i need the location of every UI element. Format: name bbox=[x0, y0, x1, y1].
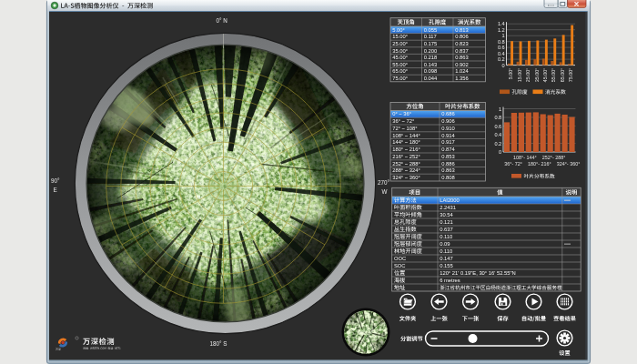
svg-text:5.00°: 5.00° bbox=[508, 68, 513, 80]
svg-text:0° N: 0° N bbox=[217, 17, 228, 24]
svg-text:0.110: 0.110 bbox=[440, 234, 452, 239]
svg-text:288° ~ 324°: 288° ~ 324° bbox=[392, 167, 420, 173]
svg-text:1.024: 1.024 bbox=[455, 68, 469, 74]
svg-text:72° ~ 108°: 72° ~ 108° bbox=[392, 126, 417, 131]
svg-text:144° ~ 180°: 144° ~ 180° bbox=[392, 139, 420, 145]
svg-text:1.2: 1.2 bbox=[498, 27, 505, 33]
svg-text:0.055: 0.055 bbox=[424, 27, 438, 33]
svg-text:0.117: 0.117 bbox=[424, 34, 437, 39]
svg-text:0.155: 0.155 bbox=[440, 263, 453, 268]
svg-text:0.837: 0.837 bbox=[455, 48, 469, 54]
svg-text:0.853: 0.853 bbox=[441, 154, 455, 159]
svg-text:108° ~ 144°: 108° ~ 144° bbox=[392, 133, 420, 138]
svg-text:1: 1 bbox=[499, 106, 501, 112]
svg-text:0.808: 0.808 bbox=[441, 175, 455, 180]
svg-text:65.00°: 65.00° bbox=[392, 68, 408, 74]
svg-text:0.2: 0.2 bbox=[494, 141, 501, 147]
svg-text:45.00°: 45.00° bbox=[392, 55, 408, 60]
svg-text:15.00°: 15.00° bbox=[517, 68, 522, 83]
svg-text:0° ~ 36°: 0° ~ 36° bbox=[392, 111, 411, 116]
svg-text:1.4: 1.4 bbox=[498, 21, 505, 26]
svg-text:120° 21' 0.19"E, 30° 16' 52.5: 120° 21' 0.19"E, 30° 16' 52.55"N bbox=[440, 270, 516, 276]
svg-text:0.2: 0.2 bbox=[498, 56, 505, 62]
svg-text:180°- 216°: 180°- 216° bbox=[528, 161, 551, 167]
svg-text:35.00°: 35.00° bbox=[534, 68, 540, 83]
svg-text:1: 1 bbox=[502, 33, 505, 38]
svg-text:0.686: 0.686 bbox=[441, 111, 455, 116]
svg-text:45.00°: 45.00° bbox=[542, 68, 548, 83]
svg-text:0.143: 0.143 bbox=[424, 62, 438, 67]
svg-text:0.917: 0.917 bbox=[441, 139, 455, 145]
svg-text:0.044: 0.044 bbox=[424, 76, 438, 81]
svg-text:0: 0 bbox=[502, 63, 505, 68]
svg-text:0.906: 0.906 bbox=[441, 118, 455, 124]
svg-text:270°: 270° bbox=[378, 179, 390, 186]
svg-text:0.910: 0.910 bbox=[441, 126, 455, 131]
svg-text:252° ~ 288°: 252° ~ 288° bbox=[392, 161, 420, 167]
svg-text:0.175: 0.175 bbox=[424, 41, 438, 46]
svg-text:2.2431: 2.2431 bbox=[440, 205, 456, 210]
svg-text:0.8: 0.8 bbox=[494, 115, 501, 120]
svg-text:0.886: 0.886 bbox=[441, 161, 455, 167]
svg-text:30.54: 30.54 bbox=[440, 212, 453, 217]
svg-text:15.00°: 15.00° bbox=[392, 34, 408, 39]
svg-text:0.218: 0.218 bbox=[424, 55, 438, 60]
svg-text:324° ~ 360°: 324° ~ 360° bbox=[392, 175, 420, 180]
svg-text:0.806: 0.806 bbox=[455, 34, 469, 39]
svg-text:E: E bbox=[54, 187, 57, 193]
svg-text:0: 0 bbox=[499, 149, 501, 155]
svg-text:0.200: 0.200 bbox=[424, 48, 438, 54]
svg-text:75.00°: 75.00° bbox=[392, 76, 408, 81]
svg-text:万深: 万深 bbox=[56, 348, 61, 351]
svg-text:35.00°: 35.00° bbox=[392, 48, 408, 54]
svg-text:0.098: 0.098 bbox=[424, 68, 438, 74]
svg-text:36° ~ 72°: 36° ~ 72° bbox=[392, 118, 414, 124]
svg-text:0.914: 0.914 bbox=[441, 133, 455, 138]
svg-text:0.637: 0.637 bbox=[440, 227, 453, 232]
svg-text:0.110: 0.110 bbox=[440, 248, 452, 254]
svg-text:55.00°: 55.00° bbox=[551, 68, 556, 83]
svg-text:0.6: 0.6 bbox=[498, 45, 505, 50]
svg-text:0.4: 0.4 bbox=[494, 132, 501, 137]
svg-text:90°: 90° bbox=[51, 177, 60, 184]
svg-text:75.00°: 75.00° bbox=[568, 68, 573, 83]
svg-text:0.8: 0.8 bbox=[498, 39, 505, 45]
svg-text:5.00°: 5.00° bbox=[392, 27, 405, 33]
svg-text:324°- 360°: 324°- 360° bbox=[557, 161, 581, 167]
svg-text:36°- 72°: 36°- 72° bbox=[504, 161, 522, 167]
svg-text:0.902: 0.902 bbox=[455, 62, 469, 67]
svg-text:0.147: 0.147 bbox=[440, 256, 453, 261]
svg-text:108°- 144°: 108°- 144° bbox=[513, 155, 537, 160]
svg-text:1.356: 1.356 bbox=[455, 76, 469, 81]
svg-text:LAI2000: LAI2000 bbox=[440, 197, 460, 203]
svg-text:180° S: 180° S bbox=[210, 340, 228, 347]
svg-text:65.00°: 65.00° bbox=[560, 68, 565, 83]
svg-text:25.00°: 25.00° bbox=[392, 41, 408, 46]
svg-text:0.4: 0.4 bbox=[498, 51, 505, 56]
svg-text:W: W bbox=[382, 188, 388, 195]
svg-text:0.09: 0.09 bbox=[440, 241, 450, 247]
svg-text:0.823: 0.823 bbox=[455, 41, 469, 46]
svg-text:0.874: 0.874 bbox=[441, 147, 455, 152]
svg-text:0.863: 0.863 bbox=[441, 167, 455, 173]
svg-text:6 metres: 6 metres bbox=[440, 278, 460, 283]
svg-text:SOC: SOC bbox=[394, 263, 406, 268]
svg-text:0.813: 0.813 bbox=[455, 27, 469, 33]
svg-text:OOC: OOC bbox=[394, 256, 406, 261]
svg-text:252°- 288°: 252°- 288° bbox=[542, 155, 566, 160]
svg-text:0.863: 0.863 bbox=[455, 55, 469, 60]
svg-text:216° ~ 252°: 216° ~ 252° bbox=[392, 154, 420, 159]
svg-text:55.00°: 55.00° bbox=[392, 62, 408, 67]
svg-text:0.6: 0.6 bbox=[494, 124, 501, 129]
svg-text:25.00°: 25.00° bbox=[525, 68, 531, 83]
svg-text:0.121: 0.121 bbox=[440, 219, 453, 225]
svg-text:180° ~ 216°: 180° ~ 216° bbox=[392, 147, 420, 152]
